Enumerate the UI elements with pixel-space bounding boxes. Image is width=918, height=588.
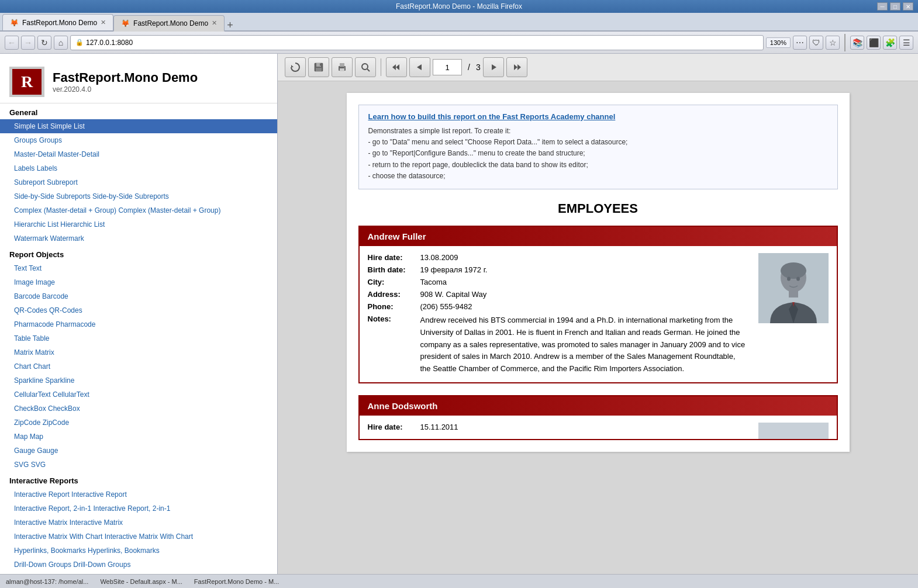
tab-1[interactable]: 🦊 FastReport.Mono Demo ✕ [2, 14, 113, 30]
svg-rect-4 [320, 64, 321, 66]
page-slash: / [468, 63, 470, 72]
forward-button[interactable]: → [21, 36, 35, 50]
toolbar-separator-1 [381, 58, 381, 76]
report-area: Learn how to build this report on the Fa… [278, 81, 918, 464]
sidebar-item-master-detail[interactable]: Master-Detail Master-Detail [0, 147, 277, 161]
birth-date-row-1: Birth date: 19 февраля 1972 г. [368, 265, 747, 274]
sidebar-item-hyperlinks[interactable]: Hyperlinks, Bookmarks Hyperlinks, Bookma… [0, 544, 277, 558]
sidebar-item-subreport[interactable]: Subreport Subreport [0, 175, 277, 189]
refresh-button[interactable] [285, 57, 306, 77]
sidebar-item-qrcodes[interactable]: QR-Codes QR-Codes [0, 303, 277, 317]
city-row-1: City: Tacoma [368, 278, 747, 286]
sidebar-item-interactive-matrix-chart[interactable]: Interactive Matrix With Chart Interactiv… [0, 530, 277, 544]
sidebar-item-simple-list[interactable]: Simple List Simple List [0, 119, 277, 133]
sidebar-item-svg[interactable]: SVG SVG [0, 458, 277, 472]
app-title: FastReport.Mono Demo [53, 70, 198, 85]
phone-label-1: Phone: [368, 302, 420, 311]
back-button[interactable]: ← [5, 36, 19, 50]
hamburger-menu[interactable]: ☰ [899, 36, 913, 50]
tab-2-close[interactable]: ✕ [212, 19, 217, 27]
notes-value-1: Andrew received his BTS commercial in 19… [420, 314, 747, 375]
current-page-input[interactable]: 1 [433, 59, 462, 75]
nav-bar: ← → ↻ ⌂ 🔒 127.0.0.1:8080 130% ⋯ 🛡 ☆ 📚 ⬛ … [0, 32, 918, 54]
sidebar-item-matrix[interactable]: Matrix Matrix [0, 345, 277, 359]
app-info: FastReport.Mono Demo ver.2020.4.0 [53, 70, 198, 94]
tab-2[interactable]: 🦊 FastReport.Mono Demo ✕ [113, 15, 225, 32]
logo-r: R [21, 72, 33, 91]
academy-link[interactable]: Learn how to build this report on the Fa… [368, 112, 828, 121]
svg-point-21 [787, 276, 791, 281]
svg-marker-16 [517, 64, 521, 70]
reload-button[interactable]: ↻ [37, 36, 51, 50]
logo-inner: R [12, 69, 42, 95]
close-button[interactable]: ✕ [903, 2, 913, 11]
sidebar-item-interactive-matrix[interactable]: Interactive Matrix Interactive Matrix [0, 516, 277, 530]
address-bar[interactable]: 🔒 127.0.0.1:8080 [70, 35, 764, 50]
svg-marker-13 [417, 64, 422, 70]
sidebar-toggle[interactable]: ⬛ [867, 36, 881, 50]
sidebar: R FastReport.Mono Demo ver.2020.4.0 Gene… [0, 54, 278, 574]
sidebar-item-sparkline[interactable]: Sparkline Sparkline [0, 373, 277, 388]
minimize-button[interactable]: ─ [877, 2, 888, 11]
prev-page-button[interactable] [409, 57, 430, 77]
sidebar-item-side-by-side[interactable]: Side-by-Side Subreports Side-by-Side Sub… [0, 189, 277, 203]
print-button[interactable] [332, 57, 353, 77]
sidebar-item-text[interactable]: Text Text [0, 261, 277, 275]
sidebar-item-hierarchic[interactable]: Hierarchic List Hierarchic List [0, 217, 277, 231]
sidebar-item-groups[interactable]: Groups Groups [0, 133, 277, 147]
sidebar-item-gauge[interactable]: Gauge Gauge [0, 444, 277, 458]
sidebar-item-interactive-report-2in1[interactable]: Interactive Report, 2-in-1 Interactive R… [0, 501, 277, 516]
sidebar-item-cellulartext[interactable]: CellularText CellularText [0, 388, 277, 402]
info-text: Demonstrates a simple list report. To cr… [368, 126, 828, 182]
total-pages: 3 [476, 63, 481, 72]
section-interactive-header: Interactive Reports [0, 472, 277, 487]
new-tab-button[interactable]: + [227, 20, 233, 30]
svg-rect-7 [340, 68, 344, 71]
sidebar-item-interactive-report[interactable]: Interactive Report Interactive Report [0, 487, 277, 501]
sidebar-item-complex[interactable]: Complex (Master-detail + Group) Complex … [0, 203, 277, 217]
sidebar-item-watermark[interactable]: Watermark Watermark [0, 231, 277, 245]
sidebar-item-chart[interactable]: Chart Chart [0, 359, 277, 373]
employee-2-details: Hire date: 15.11.2011 [368, 423, 747, 432]
first-page-button[interactable] [386, 57, 407, 77]
employee-card-2: Anne Dodsworth Hire date: 15.11.2011 [358, 395, 838, 440]
svg-point-9 [362, 64, 368, 70]
app-version: ver.2020.4.0 [53, 85, 198, 94]
search-button[interactable] [355, 57, 376, 77]
extensions-icon[interactable]: 🧩 [883, 36, 897, 50]
svg-rect-6 [340, 63, 344, 67]
sidebar-item-drilldown[interactable]: Drill-Down Groups Drill-Down Groups [0, 558, 277, 572]
toolbar: 1 / 3 [278, 54, 918, 81]
report-title: EMPLOYEES [358, 201, 838, 216]
sidebar-item-barcode[interactable]: Barcode Barcode [0, 289, 277, 303]
sidebar-item-checkbox[interactable]: CheckBox CheckBox [0, 402, 277, 416]
sidebar-item-table[interactable]: Table Table [0, 331, 277, 345]
sidebar-item-labels[interactable]: Labels Labels [0, 161, 277, 175]
last-page-button[interactable] [506, 57, 527, 77]
sidebar-item-zipcode[interactable]: ZipCode ZipCode [0, 416, 277, 430]
library-icon[interactable]: 📚 [850, 36, 864, 50]
notes-label-1: Notes: [368, 314, 420, 375]
title-bar: FastReport.Mono Demo - Mozilla Firefox ─… [0, 0, 918, 13]
shield-icon[interactable]: 🛡 [809, 36, 823, 50]
window-controls: ─ □ ✕ [877, 2, 913, 11]
sidebar-item-pharmacode[interactable]: Pharmacode Pharmacode [0, 317, 277, 331]
svg-marker-15 [514, 64, 517, 70]
maximize-button[interactable]: □ [890, 2, 900, 11]
save-button[interactable] [308, 57, 329, 77]
window-title: FastReport.Mono Demo - Mozilla Firefox [396, 2, 522, 11]
sidebar-item-map[interactable]: Map Map [0, 430, 277, 444]
svg-rect-3 [316, 68, 322, 71]
menu-button[interactable]: ⋯ [793, 36, 807, 50]
employee-1-name: Andrew Fuller [368, 231, 426, 241]
phone-value-1: (206) 555-9482 [420, 302, 747, 311]
home-button[interactable]: ⌂ [54, 36, 68, 50]
svg-point-8 [344, 67, 345, 68]
tab-1-close[interactable]: ✕ [101, 19, 106, 26]
bookmark-icon[interactable]: ☆ [826, 36, 840, 50]
employee-1-details: Hire date: 13.08.2009 Birth date: 19 фев… [368, 253, 747, 375]
sidebar-item-image[interactable]: Image Image [0, 275, 277, 289]
status-item-1: alman@host-137: /home/al... [6, 578, 88, 585]
next-page-button[interactable] [483, 57, 504, 77]
svg-line-10 [367, 69, 370, 71]
